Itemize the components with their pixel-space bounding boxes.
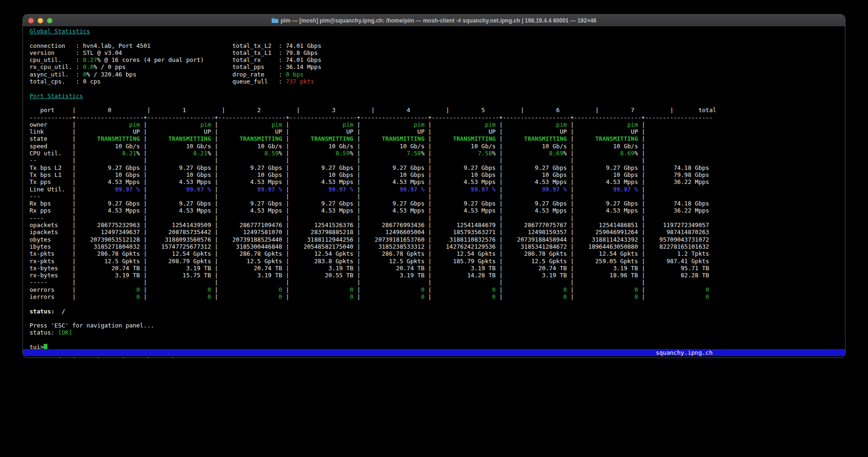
table-row--: --- | | | | | | | | |: [30, 193, 845, 200]
table-row-state: state | TRANSMITTING | TRANSMITTING | TR…: [30, 135, 845, 142]
folder-icon: [272, 18, 278, 23]
table-row-speed: speed | 10 Gb/s | 10 Gb/s | 10 Gb/s | 10…: [30, 143, 845, 150]
window-title: pim — [mosh] pim@squanchy.ipng.ch: /home…: [23, 17, 845, 24]
table-row-tx-bps-l1: Tx bps L1 | 10 Gbps | 10 Gbps | 10 Gbps …: [30, 171, 845, 178]
table-row-tx-bps-l2: Tx bps L2 | 9.27 Gbps | 9.27 Gbps | 9.27…: [30, 164, 845, 171]
titlebar[interactable]: pim — [mosh] pim@squanchy.ipng.ch: /home…: [23, 15, 845, 27]
table-row-link: link | UP | UP | UP | UP | UP | UP | UP …: [30, 128, 845, 135]
table-row--: -- | | | | | | | | |: [30, 157, 845, 164]
table-row-tx-pps: Tx pps | 4.53 Mpps | 4.53 Mpps | 4.53 Mp…: [30, 178, 845, 185]
blank-line: [30, 336, 845, 343]
table-row-ierrors: ierrors | 0 | 0 | 0 | 0 | 0 | 0 | 0 | 0 …: [30, 293, 845, 300]
global-stat-row: rx_cpu_util. : 0.0% / 0 pps total_pps : …: [30, 63, 845, 70]
table-row-cpu-util-: CPU util. | 8.21% | 8.21% | 8.59% | 8.59…: [30, 150, 845, 157]
table-row-ipackets: ipackets | 12497349637 | 208785735442 | …: [30, 228, 845, 236]
table-row-oerrors: oerrors | 0 | 0 | 0 | 0 | 0 | 0 | 0 | 0 …: [30, 286, 845, 293]
tmux-status-bar: 0:irssi 1:ssh 2:ssh 3:ssh- 4:ssh*squanch…: [23, 349, 845, 356]
global-stat-row: total_cps. : 0 cps queue_full : 737 pkts: [30, 78, 845, 85]
table-row-obytes: obytes | 20739053512128 | 3188093560576 …: [30, 236, 845, 243]
blank-line: [30, 35, 845, 42]
global-stat-row: async_util. : 0% / 320.46 bps drop_rate …: [30, 71, 845, 78]
table-row-tx-pkts: tx-pkts | 286.78 Gpkts | 12.54 Gpkts | 2…: [30, 250, 845, 257]
table-row--: ---- | | | | | | | | |: [30, 214, 845, 221]
global-stat-row: connection : hvn4.lab, Port 4501 total_t…: [30, 42, 845, 49]
tmux-hostname: squanchy.ipng.ch: [655, 349, 712, 356]
blank-line: [30, 85, 845, 92]
status-spinner-line: status: /: [30, 308, 845, 315]
tmux-window-list[interactable]: 0:irssi 1:ssh 2:ssh 3:ssh- 4:ssh*: [51, 356, 179, 358]
table-separator-row: ------------+-------------------+-------…: [30, 114, 845, 121]
table-row--: ----- | | | | | | | | |: [30, 279, 845, 286]
table-row-ibytes: ibytes | 3185271804032 | 15747725677312 …: [30, 243, 845, 250]
table-header-row: port | 0 | 1 | 2 | 3 | 4 | 5 | 6 | 7 | t…: [30, 107, 845, 114]
blank-line: [30, 99, 845, 107]
minimize-button[interactable]: [38, 18, 43, 23]
window-controls: [23, 18, 53, 23]
table-row-rx-bytes: rx-bytes | 3.19 TB | 15.75 TB | 3.19 TB …: [30, 272, 845, 279]
zoom-button[interactable]: [47, 18, 53, 23]
global-stat-row: cpu_util. : 8.27% @ 16 cores (4 per dual…: [30, 56, 845, 63]
table-row-owner: owner | pim | pim | pim | pim | pim | pi…: [30, 121, 845, 128]
status-ok-line: status: [OK]: [30, 329, 845, 336]
terminal-window: pim — [mosh] pim@squanchy.ipng.ch: /home…: [23, 14, 845, 358]
table-row-line-util-: Line Util. | 99.97 % | 99.97 % | 99.97 %…: [30, 186, 845, 193]
window-title-text: pim — [mosh] pim@squanchy.ipng.ch: /home…: [281, 17, 596, 24]
global-stat-row: version : STL @ v3.04 total_tx_L1 : 79.8…: [30, 49, 845, 56]
table-row-opackets: opackets | 286775232963 | 12541439509 | …: [30, 221, 845, 228]
terminal-screen[interactable]: Global Statisticsconnection : hvn4.lab, …: [23, 27, 845, 358]
esc-hint-line: Press 'ESC' for navigation panel...: [30, 322, 845, 329]
table-row-rx-pps: Rx pps | 4.53 Mpps | 4.53 Mpps | 4.53 Mp…: [30, 207, 845, 214]
table-row-rx-bps: Rx bps | 9.27 Gbps | 9.27 Gbps | 9.27 Gb…: [30, 200, 845, 207]
table-row-tx-bytes: tx-bytes | 20.74 TB | 3.19 TB | 20.74 TB…: [30, 265, 845, 272]
close-button[interactable]: [28, 18, 34, 23]
port-statistics-heading: Port Statistics: [30, 92, 845, 99]
table-row-rx-pkts: rx-pkts | 12.5 Gpkts | 208.79 Gpkts | 12…: [30, 258, 845, 265]
global-statistics-heading: Global Statistics: [30, 28, 845, 35]
blank-line: [30, 300, 845, 307]
blank-line: [30, 315, 845, 322]
